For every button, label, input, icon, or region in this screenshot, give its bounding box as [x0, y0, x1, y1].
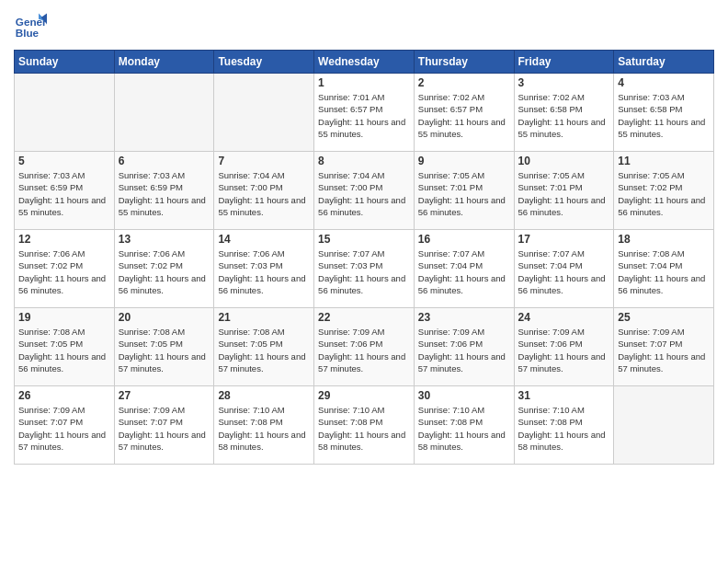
day-number: 23: [418, 311, 510, 324]
calendar-cell: 27 Sunrise: 7:09 AMSunset: 7:07 PMDaylig…: [114, 386, 214, 465]
calendar-cell: 12 Sunrise: 7:06 AMSunset: 7:02 PMDaylig…: [15, 230, 115, 308]
day-number: 20: [119, 311, 210, 324]
calendar-cell: 17 Sunrise: 7:07 AMSunset: 7:04 PMDaylig…: [514, 230, 614, 308]
day-number: 12: [18, 233, 110, 246]
calendar-cell: 7 Sunrise: 7:04 AMSunset: 7:00 PMDayligh…: [214, 152, 314, 230]
day-number: 16: [418, 233, 510, 246]
day-info: Sunrise: 7:09 AMSunset: 7:06 PMDaylight:…: [518, 327, 606, 373]
calendar-cell: 29 Sunrise: 7:10 AMSunset: 7:08 PMDaylig…: [314, 386, 415, 465]
day-number: 15: [318, 233, 410, 246]
calendar-cell: 5 Sunrise: 7:03 AMSunset: 6:59 PMDayligh…: [15, 152, 115, 230]
day-number: 4: [618, 76, 710, 89]
day-number: 11: [618, 155, 710, 167]
day-number: 17: [518, 233, 610, 246]
calendar-cell: [114, 74, 214, 152]
day-info: Sunrise: 7:07 AMSunset: 7:04 PMDaylight:…: [418, 248, 506, 295]
week-row-2: 5 Sunrise: 7:03 AMSunset: 6:59 PMDayligh…: [15, 152, 714, 230]
day-info: Sunrise: 7:10 AMSunset: 7:08 PMDaylight:…: [318, 405, 405, 452]
header-sunday: Sunday: [15, 51, 115, 74]
day-info: Sunrise: 7:10 AMSunset: 7:08 PMDaylight:…: [518, 405, 606, 452]
calendar-cell: 20 Sunrise: 7:08 AMSunset: 7:05 PMDaylig…: [114, 308, 214, 386]
calendar-cell: 14 Sunrise: 7:06 AMSunset: 7:03 PMDaylig…: [214, 230, 314, 308]
day-number: 3: [518, 76, 610, 89]
calendar-cell: 4 Sunrise: 7:03 AMSunset: 6:58 PMDayligh…: [614, 74, 714, 152]
day-info: Sunrise: 7:06 AMSunset: 7:03 PMDaylight:…: [218, 248, 305, 295]
calendar-cell: 2 Sunrise: 7:02 AMSunset: 6:57 PMDayligh…: [414, 74, 514, 152]
calendar-cell: 25 Sunrise: 7:09 AMSunset: 7:07 PMDaylig…: [614, 308, 714, 386]
day-info: Sunrise: 7:09 AMSunset: 7:07 PMDaylight:…: [119, 405, 206, 452]
day-number: 26: [18, 389, 110, 402]
header-tuesday: Tuesday: [214, 51, 314, 74]
day-number: 5: [18, 155, 110, 167]
calendar-cell: 11 Sunrise: 7:05 AMSunset: 7:02 PMDaylig…: [614, 152, 714, 230]
day-number: 7: [218, 155, 310, 167]
day-info: Sunrise: 7:03 AMSunset: 6:58 PMDaylight:…: [618, 92, 705, 139]
day-info: Sunrise: 7:06 AMSunset: 7:02 PMDaylight:…: [119, 248, 206, 295]
day-number: 30: [418, 389, 510, 402]
day-number: 1: [318, 76, 410, 89]
day-info: Sunrise: 7:05 AMSunset: 7:01 PMDaylight:…: [518, 170, 606, 217]
logo-icon: General Blue: [14, 9, 47, 42]
calendar-cell: 8 Sunrise: 7:04 AMSunset: 7:00 PMDayligh…: [314, 152, 415, 230]
day-number: 29: [318, 389, 410, 402]
calendar-table: SundayMondayTuesdayWednesdayThursdayFrid…: [14, 50, 714, 465]
calendar-cell: [15, 74, 115, 152]
calendar-cell: 13 Sunrise: 7:06 AMSunset: 7:02 PMDaylig…: [114, 230, 214, 308]
day-info: Sunrise: 7:10 AMSunset: 7:08 PMDaylight:…: [218, 405, 305, 452]
day-number: 19: [18, 311, 110, 324]
calendar-cell: 22 Sunrise: 7:09 AMSunset: 7:06 PMDaylig…: [314, 308, 415, 386]
calendar-cell: 18 Sunrise: 7:08 AMSunset: 7:04 PMDaylig…: [614, 230, 714, 308]
day-number: 27: [119, 389, 210, 402]
day-number: 22: [318, 311, 410, 324]
calendar-cell: 28 Sunrise: 7:10 AMSunset: 7:08 PMDaylig…: [214, 386, 314, 465]
day-info: Sunrise: 7:09 AMSunset: 7:06 PMDaylight:…: [318, 327, 405, 373]
logo: General Blue: [14, 9, 47, 42]
calendar-cell: [214, 74, 314, 152]
day-number: 2: [418, 76, 510, 89]
header-friday: Friday: [514, 51, 614, 74]
week-row-5: 26 Sunrise: 7:09 AMSunset: 7:07 PMDaylig…: [15, 386, 714, 465]
day-info: Sunrise: 7:08 AMSunset: 7:05 PMDaylight:…: [218, 327, 305, 373]
day-info: Sunrise: 7:07 AMSunset: 7:04 PMDaylight:…: [518, 248, 606, 295]
day-number: 8: [318, 155, 410, 167]
day-info: Sunrise: 7:01 AMSunset: 6:57 PMDaylight:…: [318, 92, 405, 139]
day-info: Sunrise: 7:03 AMSunset: 6:59 PMDaylight:…: [119, 170, 206, 217]
calendar-cell: 26 Sunrise: 7:09 AMSunset: 7:07 PMDaylig…: [15, 386, 115, 465]
calendar-cell: 6 Sunrise: 7:03 AMSunset: 6:59 PMDayligh…: [114, 152, 214, 230]
header: General Blue: [14, 9, 714, 42]
day-number: 13: [119, 233, 210, 246]
header-wednesday: Wednesday: [314, 51, 415, 74]
day-info: Sunrise: 7:08 AMSunset: 7:05 PMDaylight:…: [119, 327, 206, 373]
calendar-cell: 1 Sunrise: 7:01 AMSunset: 6:57 PMDayligh…: [314, 74, 415, 152]
day-number: 18: [618, 233, 710, 246]
day-number: 14: [218, 233, 310, 246]
day-number: 9: [418, 155, 510, 167]
calendar-cell: 10 Sunrise: 7:05 AMSunset: 7:01 PMDaylig…: [514, 152, 614, 230]
day-number: 25: [618, 311, 710, 324]
header-thursday: Thursday: [414, 51, 514, 74]
calendar-cell: 21 Sunrise: 7:08 AMSunset: 7:05 PMDaylig…: [214, 308, 314, 386]
calendar-cell: 19 Sunrise: 7:08 AMSunset: 7:05 PMDaylig…: [15, 308, 115, 386]
day-number: 21: [218, 311, 310, 324]
day-info: Sunrise: 7:09 AMSunset: 7:07 PMDaylight:…: [18, 405, 106, 452]
day-number: 10: [518, 155, 610, 167]
calendar-cell: [614, 386, 714, 465]
calendar-cell: 9 Sunrise: 7:05 AMSunset: 7:01 PMDayligh…: [414, 152, 514, 230]
header-saturday: Saturday: [614, 51, 714, 74]
day-info: Sunrise: 7:05 AMSunset: 7:02 PMDaylight:…: [618, 170, 705, 217]
day-info: Sunrise: 7:06 AMSunset: 7:02 PMDaylight:…: [18, 248, 106, 295]
day-info: Sunrise: 7:10 AMSunset: 7:08 PMDaylight:…: [418, 405, 506, 452]
day-info: Sunrise: 7:05 AMSunset: 7:01 PMDaylight:…: [418, 170, 506, 217]
week-row-3: 12 Sunrise: 7:06 AMSunset: 7:02 PMDaylig…: [15, 230, 714, 308]
calendar-cell: 15 Sunrise: 7:07 AMSunset: 7:03 PMDaylig…: [314, 230, 415, 308]
day-info: Sunrise: 7:04 AMSunset: 7:00 PMDaylight:…: [318, 170, 405, 217]
week-row-1: 1 Sunrise: 7:01 AMSunset: 6:57 PMDayligh…: [15, 74, 714, 152]
week-row-4: 19 Sunrise: 7:08 AMSunset: 7:05 PMDaylig…: [15, 308, 714, 386]
day-info: Sunrise: 7:08 AMSunset: 7:04 PMDaylight:…: [618, 248, 705, 295]
day-number: 28: [218, 389, 310, 402]
calendar-cell: 30 Sunrise: 7:10 AMSunset: 7:08 PMDaylig…: [414, 386, 514, 465]
day-info: Sunrise: 7:02 AMSunset: 6:58 PMDaylight:…: [518, 92, 606, 139]
header-monday: Monday: [114, 51, 214, 74]
calendar-cell: 16 Sunrise: 7:07 AMSunset: 7:04 PMDaylig…: [414, 230, 514, 308]
svg-text:Blue: Blue: [16, 27, 40, 39]
